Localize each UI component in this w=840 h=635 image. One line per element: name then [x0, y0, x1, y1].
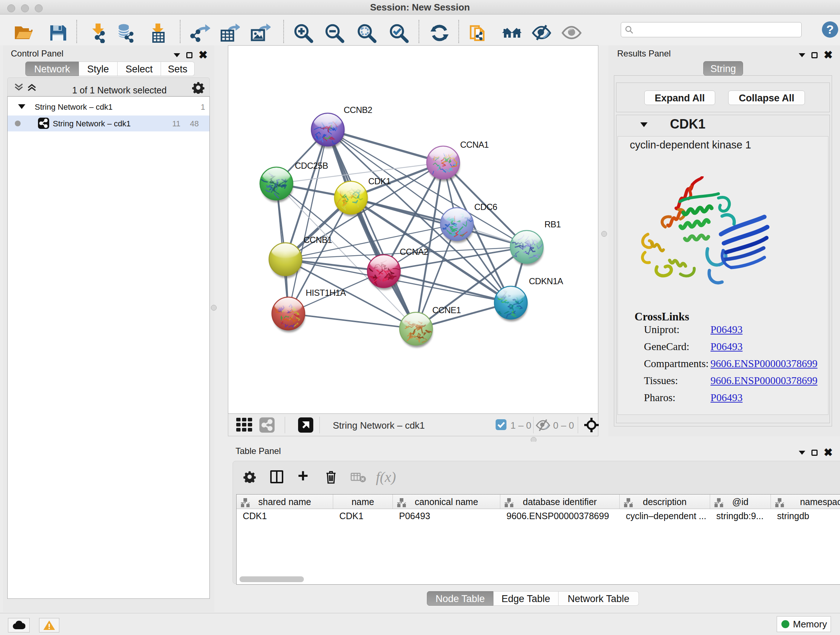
- svg-text:CDKN1A: CDKN1A: [529, 276, 563, 286]
- svg-text:CDC25B: CDC25B: [295, 161, 328, 171]
- svg-text:CCNB2: CCNB2: [344, 105, 372, 115]
- svg-text:RB1: RB1: [545, 219, 561, 229]
- svg-text:CDC6: CDC6: [474, 202, 497, 212]
- svg-text:CCNA1: CCNA1: [460, 140, 489, 149]
- svg-text:CCNE1: CCNE1: [432, 305, 461, 315]
- svg-text:CDK1: CDK1: [368, 176, 391, 186]
- svg-text:CCNA2: CCNA2: [400, 247, 428, 257]
- svg-text:CCNB1: CCNB1: [303, 235, 332, 245]
- svg-text:HIST1H1A: HIST1H1A: [306, 288, 346, 298]
